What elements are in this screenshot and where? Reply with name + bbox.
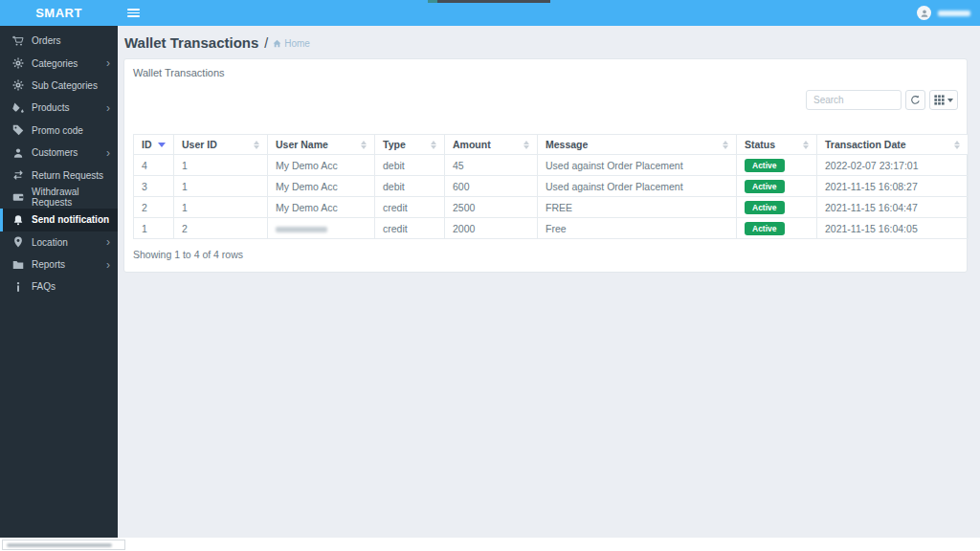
cell-user-id: 1	[174, 197, 268, 218]
cell-type: debit	[375, 176, 445, 197]
topbar	[118, 0, 980, 26]
cell-transaction-date: 2022-02-07 23:17:01	[817, 155, 969, 176]
blurred-user-name	[276, 227, 327, 232]
cell-transaction-date: 2021-11-15 16:04:05	[817, 218, 969, 239]
sidebar-item-reports[interactable]: Reports›	[0, 253, 118, 276]
card-title: Wallet Transactions	[133, 67, 958, 78]
cell-id: 1	[134, 218, 174, 239]
breadcrumb-separator: /	[264, 35, 268, 51]
info-icon	[12, 281, 24, 293]
sidebar-item-faqs[interactable]: FAQs	[0, 276, 118, 298]
cell-message: FREE	[538, 197, 737, 218]
app-window: SMART OrdersCategories›Sub CategoriesPro…	[0, 0, 980, 551]
column-label: User ID	[182, 139, 217, 150]
refresh-icon	[910, 95, 921, 105]
chevron-right-icon: ›	[106, 102, 110, 114]
cart-icon	[12, 35, 24, 47]
column-header-type[interactable]: Type	[375, 135, 445, 155]
recording-progress-bar	[428, 0, 550, 3]
sidebar: SMART OrdersCategories›Sub CategoriesPro…	[0, 0, 118, 538]
products-icon	[12, 102, 24, 114]
column-header-amount[interactable]: Amount	[445, 135, 538, 155]
sidebar-item-label: Orders	[32, 35, 61, 46]
sidebar-item-orders[interactable]: Orders	[0, 30, 118, 52]
wallet-icon	[12, 191, 24, 203]
cell-user-name	[268, 218, 375, 239]
sort-arrows-icon	[954, 141, 960, 149]
return-arrows-icon	[12, 169, 24, 181]
sidebar-item-label: Send notification	[32, 214, 109, 225]
cell-id: 3	[134, 176, 174, 197]
sidebar-item-withdrawal-requests[interactable]: Withdrawal Requests	[0, 187, 118, 209]
sidebar-item-send-notification[interactable]: Send notification	[0, 209, 118, 231]
cell-status: Active	[737, 176, 817, 197]
page-title: Wallet Transactions	[124, 34, 258, 51]
chevron-right-icon: ›	[106, 259, 110, 271]
column-header-message[interactable]: Message	[538, 135, 737, 155]
column-label: ID	[142, 139, 152, 150]
cell-amount: 2500	[445, 197, 538, 218]
search-input[interactable]	[806, 90, 902, 110]
hamburger-menu-icon[interactable]	[127, 9, 140, 17]
cell-type: credit	[375, 197, 445, 218]
sidebar-item-return-requests[interactable]: Return Requests	[0, 164, 118, 186]
wallet-transactions-card: Wallet Transactions	[123, 58, 968, 273]
column-label: Type	[383, 139, 406, 150]
column-header-id[interactable]: ID	[134, 135, 174, 155]
cell-transaction-date: 2021-11-15 16:08:27	[817, 176, 969, 197]
cell-message: Free	[538, 218, 737, 239]
columns-button[interactable]	[929, 90, 958, 110]
sidebar-item-label: Products	[32, 102, 69, 113]
gear-icon	[12, 79, 24, 91]
status-badge: Active	[745, 222, 785, 235]
cell-message: Used against Order Placement	[538, 155, 737, 176]
cell-user-id: 1	[174, 155, 268, 176]
table-row: 12credit2000FreeActive2021-11-15 16:04:0…	[134, 218, 969, 239]
table-row: 41My Demo Accdebit45Used against Order P…	[134, 155, 969, 176]
customer-icon	[12, 147, 24, 159]
sidebar-item-label: Customers	[32, 147, 78, 158]
cell-user-id: 2	[174, 218, 268, 239]
sidebar-item-label: Reports	[32, 259, 65, 270]
cell-status: Active	[737, 155, 817, 176]
column-label: Transaction Date	[825, 139, 906, 150]
column-header-user-id[interactable]: User ID	[174, 135, 268, 155]
cell-status: Active	[737, 197, 817, 218]
sidebar-item-label: Return Requests	[32, 170, 103, 181]
sort-arrows-icon	[803, 141, 809, 149]
column-header-user-name[interactable]: User Name	[268, 135, 375, 155]
column-header-status[interactable]: Status	[737, 135, 817, 155]
user-menu[interactable]	[917, 6, 970, 20]
sidebar-item-sub-categories[interactable]: Sub Categories	[0, 75, 118, 97]
breadcrumb-home-link[interactable]: Home	[273, 38, 310, 49]
sidebar-item-customers[interactable]: Customers›	[0, 142, 118, 164]
brand-logo[interactable]: SMART	[0, 0, 118, 26]
sidebar-item-categories[interactable]: Categories›	[0, 52, 118, 74]
main-area: Wallet Transactions / Home Wallet Transa…	[118, 0, 980, 538]
sidebar-item-label: Location	[32, 237, 68, 248]
sidebar-item-location[interactable]: Location›	[0, 231, 118, 253]
sidebar-item-label: Withdrawal Requests	[32, 187, 110, 208]
table-row: 31My Demo Accdebit600Used against Order …	[134, 176, 969, 197]
reports-folder-icon	[12, 259, 24, 271]
refresh-button[interactable]	[905, 90, 925, 110]
column-header-transaction-date[interactable]: Transaction Date	[817, 135, 969, 155]
column-label: Amount	[453, 139, 491, 150]
status-badge: Active	[745, 159, 785, 172]
cell-user-name: My Demo Acc	[268, 176, 375, 197]
sidebar-item-products[interactable]: Products›	[0, 97, 118, 119]
chevron-down-icon	[947, 99, 953, 102]
link-url-blurred	[7, 543, 112, 547]
sort-arrows-icon	[723, 141, 728, 149]
chevron-right-icon: ›	[106, 57, 110, 69]
user-avatar-icon	[917, 6, 931, 20]
gear-icon	[12, 57, 24, 69]
table-toolbar	[806, 90, 958, 110]
sort-arrows-icon	[361, 141, 367, 149]
location-pin-icon	[12, 236, 24, 248]
sidebar-item-label: Sub Categories	[32, 80, 98, 91]
cell-transaction-date: 2021-11-15 16:04:47	[817, 197, 969, 218]
status-badge: Active	[745, 180, 785, 193]
home-link-label: Home	[284, 38, 310, 49]
sidebar-item-promo-code[interactable]: Promo code	[0, 120, 118, 142]
